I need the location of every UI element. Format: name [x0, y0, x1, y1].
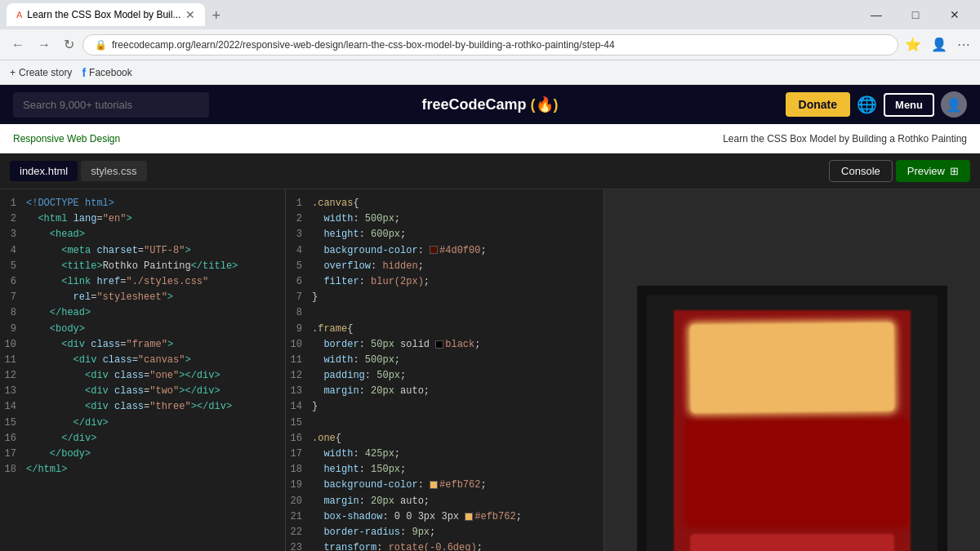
bookmark-facebook[interactable]: f Facebook	[82, 66, 131, 79]
profile-button[interactable]: 👤	[928, 33, 951, 56]
breadcrumb-bar: Responsive Web Design Learn the CSS Box …	[0, 124, 980, 153]
app-title: freeCodeCamp (🔥)	[421, 96, 558, 113]
nav-icons: ⭐ 👤 ⋯	[902, 33, 973, 56]
tab-bar: A Learn the CSS Box Model by Buil... ✕ +	[7, 3, 853, 26]
right-tabs: Console Preview ⊞	[829, 160, 970, 182]
app-header: freeCodeCamp (🔥) Donate 🌐 Menu 👤	[0, 85, 980, 124]
code-line: 8 </head>	[0, 305, 285, 321]
header-actions: Donate 🌐 Menu 👤	[786, 91, 967, 118]
flame-icon: (🔥)	[531, 96, 559, 113]
breadcrumb-left: Responsive Web Design	[13, 133, 120, 144]
code-line: 18</html>	[0, 462, 285, 478]
rothko-one	[689, 322, 894, 413]
bookmarks-bar: + Create story f Facebook	[0, 60, 980, 85]
preview-button[interactable]: Preview ⊞	[896, 160, 970, 182]
plus-icon: +	[10, 67, 16, 78]
code-line: 17 </body>	[0, 447, 285, 462]
tab-title: Learn the CSS Box Model by Buil...	[27, 9, 180, 20]
donate-button[interactable]: Donate	[786, 92, 850, 117]
menu-button[interactable]: Menu	[884, 93, 934, 117]
tab-index-html[interactable]: index.html	[10, 161, 78, 181]
preview-icon: ⊞	[950, 165, 959, 177]
nav-bar: ← → ↻ 🔒 freecodecamp.org/learn/2022/resp…	[0, 29, 980, 60]
forward-button[interactable]: →	[33, 34, 56, 56]
close-icon[interactable]: ✕	[185, 8, 195, 21]
preview-label: Preview	[907, 165, 945, 177]
rothko-canvas	[674, 310, 911, 552]
close-button[interactable]: ✕	[936, 0, 973, 29]
code-line: 15 </div>	[0, 415, 285, 431]
code-line: 4 <meta charset="UTF-8">	[0, 243, 285, 259]
code-line: 13 <div class="two"></div>	[0, 384, 285, 399]
maximize-button[interactable]: □	[897, 0, 934, 29]
language-button[interactable]: 🌐	[857, 95, 877, 114]
tab-styles-css[interactable]: styles.css	[81, 161, 146, 181]
facebook-icon: f	[82, 66, 86, 79]
bookmark-label: Facebook	[89, 67, 132, 78]
bookmark-label: Create story	[19, 67, 72, 78]
breadcrumb-right: Learn the CSS Box Model by Building a Ro…	[723, 133, 967, 144]
browser-titlebar: A Learn the CSS Box Model by Buil... ✕ +…	[0, 0, 980, 29]
code-line: 11 <div class="canvas">	[0, 353, 285, 368]
preview-pane	[604, 189, 980, 551]
tab-favicon: A	[16, 10, 22, 20]
rothko-two	[687, 420, 907, 526]
console-button[interactable]: Console	[829, 160, 893, 182]
code-line: 12 <div class="one"></div>	[0, 368, 285, 384]
rothko-three	[690, 534, 894, 551]
active-tab[interactable]: A Learn the CSS Box Model by Buil... ✕	[7, 3, 205, 26]
minimize-button[interactable]: —	[858, 0, 895, 29]
back-button[interactable]: ←	[7, 34, 29, 56]
reload-button[interactable]: ↻	[59, 33, 79, 56]
code-line: 1<!DOCTYPE html>	[0, 196, 285, 211]
main-content: 1<!DOCTYPE html> 2 <html lang="en"> 3 <h…	[0, 189, 980, 551]
file-tabs: index.html styles.css Console Preview ⊞	[0, 153, 980, 189]
code-line: 2 <html lang="en">	[0, 211, 285, 227]
code-line: 10 <div class="frame">	[0, 337, 285, 353]
code-line: 16 </div>	[0, 431, 285, 447]
new-tab-button[interactable]: +	[205, 6, 227, 26]
more-button[interactable]: ⋯	[954, 33, 973, 56]
window-controls: — □ ✕	[858, 0, 973, 29]
code-line: 9 <body>	[0, 322, 285, 337]
rothko-frame	[637, 286, 947, 552]
extensions-button[interactable]: ⭐	[902, 33, 924, 56]
code-line: 6 <link href="./styles.css"	[0, 274, 285, 290]
avatar[interactable]: 👤	[941, 91, 967, 118]
search-input[interactable]	[13, 92, 209, 118]
code-line: 14 <div class="three"></div>	[0, 399, 285, 415]
css-editor[interactable]: 1.canvas { 2 width: 500px; 3 height: 600…	[286, 189, 604, 551]
address-bar[interactable]: 🔒 freecodecamp.org/learn/2022/responsive…	[82, 34, 898, 56]
bookmark-create-story[interactable]: + Create story	[10, 67, 72, 78]
lock-icon: 🔒	[95, 39, 107, 51]
html-editor[interactable]: 1<!DOCTYPE html> 2 <html lang="en"> 3 <h…	[0, 189, 286, 551]
code-line: 7 rel="stylesheet">	[0, 290, 285, 305]
code-line: 3 <head>	[0, 227, 285, 242]
address-text: freecodecamp.org/learn/2022/responsive-w…	[112, 39, 886, 51]
code-line: 5 <title>Rothko Painting</title>	[0, 259, 285, 274]
